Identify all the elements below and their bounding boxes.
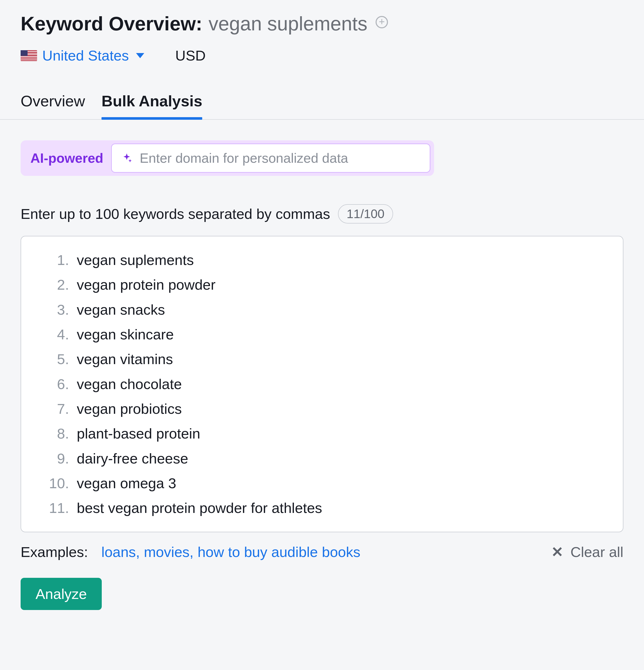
keyword-text: vegan protein powder <box>77 272 215 297</box>
keyword-text: vegan probiotics <box>77 397 182 421</box>
country-selector[interactable]: United States <box>21 47 144 64</box>
list-item: vegan suplements <box>36 248 608 272</box>
domain-input[interactable]: Enter domain for personalized data <box>111 144 431 173</box>
keyword-text: vegan omega 3 <box>77 471 176 496</box>
keyword-text: dairy-free cheese <box>77 446 188 471</box>
examples-wrap: Examples: loans, movies, how to buy audi… <box>21 544 360 560</box>
list-item: vegan probiotics <box>36 397 608 421</box>
clear-all-label: Clear all <box>570 544 623 560</box>
keyword-text: vegan snacks <box>77 297 165 322</box>
keyword-text: plant-based protein <box>77 421 200 446</box>
keyword-text: vegan vitamins <box>77 347 173 372</box>
list-item: plant-based protein <box>36 421 608 446</box>
list-item: vegan protein powder <box>36 272 608 297</box>
keyword-text: vegan chocolate <box>77 372 182 397</box>
currency-label: USD <box>175 47 206 64</box>
list-item: best vegan protein powder for athletes <box>36 496 608 520</box>
list-item: vegan chocolate <box>36 372 608 397</box>
list-item: vegan vitamins <box>36 347 608 372</box>
examples-label: Examples: <box>21 544 88 560</box>
tab-overview[interactable]: Overview <box>21 92 85 119</box>
keyword-text: vegan suplements <box>77 248 194 272</box>
analyze-button[interactable]: Analyze <box>21 578 102 610</box>
list-item: dairy-free cheese <box>36 446 608 471</box>
close-icon: ✕ <box>551 544 563 560</box>
clear-all-button[interactable]: ✕ Clear all <box>551 544 623 560</box>
list-item: vegan skincare <box>36 322 608 347</box>
list-item: vegan snacks <box>36 297 608 322</box>
us-flag-icon <box>21 50 37 61</box>
keyword-prompt-row: Enter up to 100 keywords separated by co… <box>21 204 623 224</box>
page-title-keyword: vegan suplements <box>208 12 367 35</box>
keyword-list: vegan suplementsvegan protein powdervega… <box>36 248 608 520</box>
meta-row: United States USD <box>21 47 623 64</box>
tabs: Overview Bulk Analysis <box>0 92 644 120</box>
keyword-text: best vegan protein powder for athletes <box>77 496 322 520</box>
keyword-text: vegan skincare <box>77 322 174 347</box>
tab-bulk-analysis[interactable]: Bulk Analysis <box>102 92 202 119</box>
list-item: vegan omega 3 <box>36 471 608 496</box>
page-title-label: Keyword Overview: <box>21 12 202 35</box>
country-label: United States <box>42 47 129 64</box>
keyword-counter: 11/100 <box>338 204 393 224</box>
sparkle-icon <box>121 152 132 164</box>
page-header: Keyword Overview: vegan suplements <box>21 12 623 35</box>
ai-powered-label: AI-powered <box>30 150 103 166</box>
keyword-textarea[interactable]: vegan suplementsvegan protein powdervega… <box>21 236 623 532</box>
ai-powered-row: AI-powered Enter domain for personalized… <box>21 140 434 176</box>
examples-link[interactable]: loans, movies, how to buy audible books <box>101 544 360 560</box>
keyword-prompt-text: Enter up to 100 keywords separated by co… <box>21 205 330 222</box>
add-keyword-icon[interactable] <box>376 16 388 28</box>
below-keyword-row: Examples: loans, movies, how to buy audi… <box>21 544 623 560</box>
chevron-down-icon <box>136 53 144 58</box>
domain-input-placeholder: Enter domain for personalized data <box>140 150 348 166</box>
